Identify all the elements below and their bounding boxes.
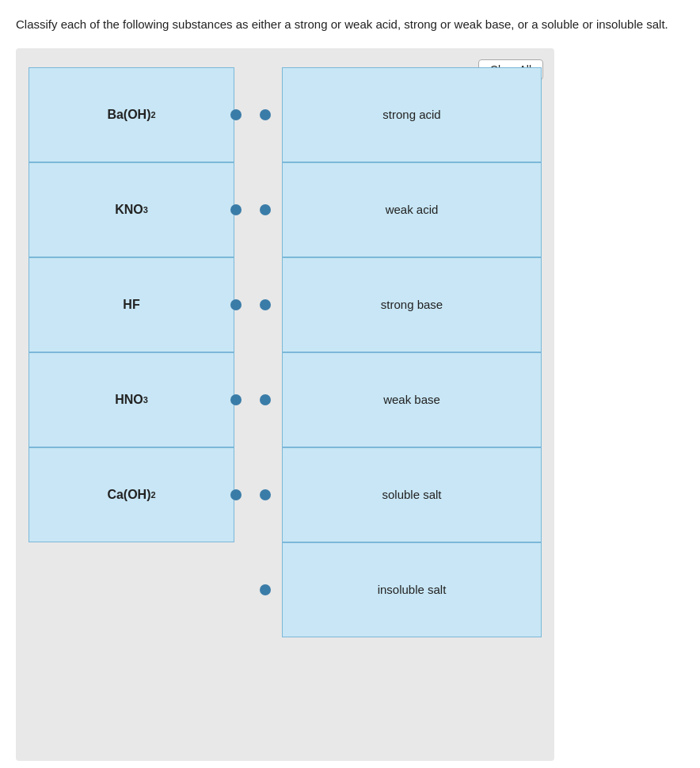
category-label-weak-acid: weak acid <box>386 203 439 216</box>
category-label-strong-base: strong base <box>381 298 443 311</box>
substance-hf[interactable]: HF <box>29 257 234 352</box>
drop-zone-weak-acid[interactable]: weak acid <box>282 162 542 257</box>
main-container: Clear All Ba(OH)2 KNO3 HF HNO3 Ca(OH)2 <box>16 48 554 761</box>
drop-zone-weak-base[interactable]: weak base <box>282 352 542 447</box>
category-label-insoluble-salt: insoluble salt <box>378 583 447 596</box>
substances-column: Ba(OH)2 KNO3 HF HNO3 Ca(OH)2 <box>29 67 250 637</box>
connector-dot-weak-acid <box>260 204 271 215</box>
drag-area: Ba(OH)2 KNO3 HF HNO3 Ca(OH)2 <box>29 67 542 637</box>
category-label-soluble-salt: soluble salt <box>382 488 441 501</box>
substance-kno3[interactable]: KNO3 <box>29 162 234 257</box>
categories-column: strong acid weak acid strong base weak b… <box>282 67 542 637</box>
connector-dot-strong-acid <box>260 109 271 120</box>
drop-zone-strong-acid[interactable]: strong acid <box>282 67 542 162</box>
instructions-text: Classify each of the following substance… <box>16 16 684 34</box>
connector-dot-soluble-salt <box>260 489 271 500</box>
substance-ca-oh2[interactable]: Ca(OH)2 <box>29 447 234 542</box>
drop-zone-insoluble-salt[interactable]: insoluble salt <box>282 542 542 637</box>
substance-ba-oh2[interactable]: Ba(OH)2 <box>29 67 234 162</box>
substance-hno3[interactable]: HNO3 <box>29 352 234 447</box>
connector-dot-ba-oh2 <box>230 109 242 120</box>
category-label-weak-base: weak base <box>383 393 440 406</box>
connector-dot-insoluble-salt <box>260 584 271 595</box>
connector-dot-weak-base <box>260 394 271 405</box>
drop-zone-soluble-salt[interactable]: soluble salt <box>282 447 542 542</box>
connector-dot-hf <box>230 299 242 310</box>
connector-dot-kno3 <box>230 204 242 215</box>
connector-dot-ca-oh2 <box>230 489 242 500</box>
drop-zone-strong-base[interactable]: strong base <box>282 257 542 352</box>
connector-dot-hno3 <box>230 394 242 405</box>
category-label-strong-acid: strong acid <box>382 108 440 121</box>
connector-dot-strong-base <box>260 299 271 310</box>
